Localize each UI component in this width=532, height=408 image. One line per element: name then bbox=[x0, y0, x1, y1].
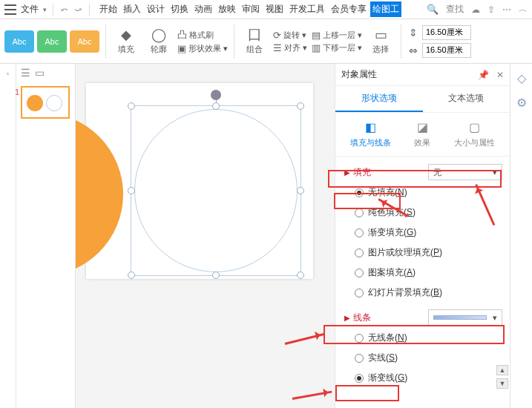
bring-forward-button[interactable]: ▤上移一层▾ bbox=[312, 30, 362, 41]
shape-style-3[interactable]: Abc bbox=[70, 30, 99, 53]
shape-effect-button[interactable]: ▣形状效果▾ bbox=[177, 43, 228, 54]
radio-fill-picture[interactable]: 图片或纹理填充(P) bbox=[355, 246, 502, 259]
outline-icon: ◯ bbox=[151, 27, 166, 42]
radio-fill-solid[interactable]: 纯色填充(S) bbox=[355, 206, 502, 219]
close-panel-icon[interactable]: ✕ bbox=[496, 70, 504, 80]
shape-style-1[interactable]: Abc bbox=[4, 30, 34, 53]
subtab-size[interactable]: ▢大小与属性 bbox=[454, 120, 495, 148]
width-input[interactable] bbox=[422, 43, 471, 58]
tab-design[interactable]: 设计 bbox=[145, 1, 167, 17]
align-icon: ☰ bbox=[273, 42, 282, 53]
effect-icon: ◪ bbox=[417, 120, 428, 134]
search-label[interactable]: 查找 bbox=[446, 3, 464, 16]
tab-shape-options[interactable]: 形状选项 bbox=[335, 86, 423, 112]
tab-animation[interactable]: 动画 bbox=[192, 1, 214, 17]
height-icon: ⇕ bbox=[407, 27, 419, 39]
share-icon[interactable]: ⇪ bbox=[487, 4, 495, 15]
resize-handle[interactable] bbox=[128, 187, 135, 194]
radio-fill-pattern[interactable]: 图案填充(A) bbox=[355, 266, 502, 279]
tab-transition[interactable]: 切换 bbox=[168, 1, 191, 17]
resize-handle[interactable] bbox=[297, 187, 304, 194]
quick-access-icon[interactable]: ⤻ bbox=[74, 4, 82, 15]
rotate-button[interactable]: ⟳旋转▾ bbox=[273, 30, 307, 41]
rail-icon[interactable]: ◇ bbox=[517, 71, 526, 85]
select-icon: ▭ bbox=[375, 27, 387, 42]
more-icon[interactable]: ⋯ bbox=[502, 4, 511, 15]
brush-icon: 凸 bbox=[177, 28, 187, 42]
slide-number: 1 bbox=[15, 88, 19, 96]
tab-member[interactable]: 会员专享 bbox=[329, 1, 369, 17]
file-menu[interactable]: 文件 bbox=[21, 3, 39, 16]
resize-handle[interactable] bbox=[128, 102, 135, 110]
subtab-effect[interactable]: ◪效果 bbox=[414, 120, 430, 148]
tab-view[interactable]: 视图 bbox=[263, 1, 286, 17]
line-section-header[interactable]: ▶线条 bbox=[344, 312, 371, 324]
subtab-fill-line[interactable]: ◧填充与线条 bbox=[350, 120, 391, 148]
tab-review[interactable]: 审阅 bbox=[240, 1, 262, 17]
outline-button[interactable]: ◯轮廓 bbox=[145, 27, 173, 55]
ribbon-tabs: 开始 插入 设计 切换 动画 放映 审阅 视图 开发工具 会员专享 绘图工 bbox=[97, 1, 401, 17]
radio-line-solid[interactable]: 实线(S) bbox=[355, 352, 502, 364]
shape-style-2[interactable]: Abc bbox=[37, 30, 67, 53]
quick-access-icon[interactable]: ⤺ bbox=[61, 4, 68, 15]
scroll-up-icon[interactable]: ▲ bbox=[496, 365, 508, 375]
pin-icon[interactable]: 📌 bbox=[478, 70, 489, 80]
circle-shape[interactable] bbox=[134, 109, 298, 272]
close-icon[interactable]: ◦ bbox=[6, 68, 9, 79]
effect-icon: ▣ bbox=[177, 43, 186, 54]
height-input[interactable] bbox=[422, 25, 471, 40]
resize-handle[interactable] bbox=[212, 272, 220, 279]
cloud-icon[interactable]: ☁ bbox=[471, 4, 480, 15]
hamburger-icon[interactable] bbox=[4, 4, 16, 15]
resize-handle[interactable] bbox=[297, 272, 304, 279]
tab-slideshow[interactable]: 放映 bbox=[216, 1, 238, 17]
panel-title: 对象属性 bbox=[341, 68, 377, 81]
fill-icon: ◆ bbox=[121, 27, 131, 42]
search-icon[interactable]: 🔍 bbox=[427, 4, 439, 15]
tab-devtools[interactable]: 开发工具 bbox=[287, 1, 327, 17]
width-icon: ⇔ bbox=[407, 45, 419, 56]
select-pane-button[interactable]: ▭选择 bbox=[367, 27, 395, 55]
align-button[interactable]: ☰对齐▾ bbox=[273, 42, 307, 53]
radio-fill-none[interactable]: 无填充(N) bbox=[355, 186, 502, 199]
selection-rect[interactable] bbox=[131, 105, 301, 276]
fill-line-icon: ◧ bbox=[365, 120, 376, 134]
tab-insert[interactable]: 插入 bbox=[121, 1, 143, 17]
file-dropdown-icon[interactable]: ▾ bbox=[43, 6, 47, 13]
shape-style-gallery[interactable]: Abc Abc Abc bbox=[4, 30, 99, 53]
resize-handle[interactable] bbox=[297, 102, 304, 110]
tab-drawing[interactable]: 绘图工 bbox=[370, 1, 401, 17]
rotate-handle[interactable] bbox=[211, 90, 221, 100]
tab-text-options[interactable]: 文本选项 bbox=[423, 86, 510, 112]
forward-icon: ▤ bbox=[312, 30, 321, 41]
backward-icon: ▥ bbox=[312, 42, 321, 53]
group-button[interactable]: 囗组合 bbox=[240, 27, 269, 55]
chevron-up-icon[interactable]: ︿ bbox=[519, 3, 528, 16]
resize-handle[interactable] bbox=[212, 102, 220, 110]
format-brush-button[interactable]: 凸格式刷 bbox=[177, 28, 228, 42]
slide-thumbnail[interactable]: 1 bbox=[21, 86, 70, 119]
outline-view-icon[interactable]: ☰ bbox=[21, 67, 30, 79]
line-style-dropdown[interactable]: ▾ bbox=[428, 309, 502, 326]
fill-button[interactable]: ◆填充 bbox=[112, 27, 140, 55]
fill-type-dropdown[interactable]: 无▾ bbox=[428, 164, 502, 180]
radio-fill-slidebg[interactable]: 幻灯片背景填充(B) bbox=[355, 286, 502, 299]
tab-start[interactable]: 开始 bbox=[97, 1, 119, 17]
radio-fill-gradient[interactable]: 渐变填充(G) bbox=[355, 226, 502, 239]
group-icon: 囗 bbox=[248, 27, 261, 42]
rail-settings-icon[interactable]: ⚙ bbox=[516, 96, 527, 110]
resize-handle[interactable] bbox=[128, 272, 135, 279]
rotate-icon: ⟳ bbox=[273, 30, 281, 41]
slide-canvas[interactable] bbox=[76, 64, 335, 408]
fill-section-header[interactable]: ▶填充 bbox=[344, 166, 371, 179]
size-icon: ▢ bbox=[469, 120, 480, 134]
radio-line-gradient[interactable]: 渐变线(G) bbox=[355, 372, 502, 384]
send-backward-button[interactable]: ▥下移一层▾ bbox=[312, 42, 362, 53]
radio-line-none[interactable]: 无线条(N) bbox=[355, 332, 502, 344]
scroll-down-icon[interactable]: ▼ bbox=[496, 378, 508, 389]
slide-view-icon[interactable]: ▭ bbox=[35, 67, 45, 79]
